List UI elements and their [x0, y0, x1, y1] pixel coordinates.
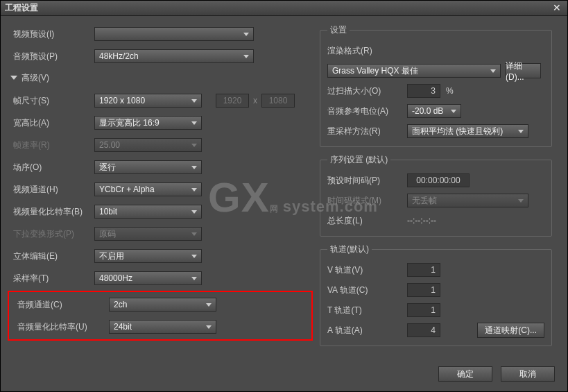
frame-height-input: 1080 [261, 94, 295, 108]
pulldown-label: 下拉变换形式(P) [8, 228, 94, 240]
overscan-unit: % [446, 86, 454, 96]
audio-ref-select[interactable]: -20.0 dB [407, 104, 461, 118]
advanced-toggle[interactable]: 高级(V) [8, 69, 313, 87]
tc-mode-label: 时间码模式(M) [327, 195, 407, 207]
dialog-footer: 确定 取消 [1, 360, 567, 388]
channel-map-button[interactable]: 通道映射(C)... [477, 323, 544, 338]
right-column: 设置 渲染格式(R) Grass Valley HQX 最佳 详细(D)... … [320, 24, 552, 360]
frame-size-label: 帧尺寸(S) [8, 95, 94, 107]
va-track-label: VA 轨道(C) [327, 284, 407, 296]
total-len-value: --:--:--:-- [407, 216, 436, 225]
tracks-legend: 轨道(默认) [327, 244, 372, 255]
video-bit-select[interactable]: 10bit [94, 205, 202, 219]
sequence-group: 序列设置 (默认) 预设时间码(P) 00:00:00:00 时间码模式(M) … [320, 154, 552, 237]
titlebar: 工程设置 ✕ [1, 1, 567, 16]
total-len-label: 总长度(L) [327, 215, 407, 227]
frame-rate-label: 帧速率(R) [8, 139, 94, 151]
t-track-label: T 轨道(T) [327, 305, 407, 316]
audio-channel-label: 音频通道(C) [12, 299, 109, 311]
ok-button[interactable]: 确定 [438, 366, 492, 382]
video-channel-label: 视频通道(H) [8, 184, 94, 196]
overscan-label: 过扫描大小(O) [327, 85, 407, 97]
field-order-select[interactable]: 逐行 [94, 160, 202, 174]
audio-bit-label: 音频量化比特率(U) [12, 321, 109, 333]
sample-rate-label: 采样率(T) [8, 273, 94, 284]
t-track-input[interactable]: 1 [407, 303, 440, 317]
project-settings-dialog: 工程设置 ✕ 视频预设(I) 音频预设(P) 48kHz/2ch 高级(V) 帧… [0, 0, 568, 392]
render-format-select[interactable]: Grass Valley HQX 最佳 [327, 64, 501, 78]
a-track-input[interactable]: 4 [407, 323, 440, 337]
audio-channel-select[interactable]: 2ch [109, 298, 216, 312]
tc-mode-select: 无丢帧 [407, 194, 528, 207]
frame-size-select[interactable]: 1920 x 1080 [94, 94, 202, 108]
aspect-select[interactable]: 显示宽高比 16:9 [94, 116, 202, 130]
aspect-label: 宽高比(A) [8, 117, 94, 129]
settings-group: 设置 渲染格式(R) Grass Valley HQX 最佳 详细(D)... … [320, 24, 552, 147]
advanced-label: 高级(V) [21, 72, 49, 84]
frame-width-input: 1920 [216, 94, 249, 108]
resample-select[interactable]: 面积平均法 (快速且锐利) [407, 124, 528, 138]
a-track-label: A 轨道(A) [327, 325, 407, 336]
frame-x-label: x [253, 96, 257, 105]
sample-rate-select[interactable]: 48000Hz [94, 271, 202, 285]
video-preset-label: 视频预设(I) [8, 28, 94, 40]
dialog-title: 工程设置 [5, 2, 551, 14]
resample-label: 重采样方法(R) [327, 126, 407, 137]
audio-bit-select[interactable]: 24bit [109, 320, 216, 334]
video-preset-select[interactable] [94, 27, 254, 41]
cancel-button[interactable]: 取消 [501, 366, 555, 382]
settings-legend: 设置 [327, 24, 350, 36]
video-channel-select[interactable]: YCbCr + Alpha [94, 182, 202, 196]
render-format-label: 渲染格式(R) [327, 45, 407, 57]
close-icon[interactable]: ✕ [551, 2, 563, 15]
sequence-legend: 序列设置 (默认) [327, 154, 390, 166]
v-track-input[interactable]: 1 [407, 263, 440, 277]
tracks-group: 轨道(默认) V 轨道(V) 1 VA 轨道(C) 1 T 轨道(T) 1 A … [320, 244, 552, 346]
audio-ref-label: 音频参考电位(A) [327, 105, 407, 117]
audio-preset-select[interactable]: 48kHz/2ch [94, 49, 254, 63]
highlight-box: 音频通道(C) 2ch 音频量化比特率(U) 24bit [8, 291, 313, 341]
audio-preset-label: 音频预设(P) [8, 51, 94, 62]
left-column: 视频预设(I) 音频预设(P) 48kHz/2ch 高级(V) 帧尺寸(S) 1… [8, 24, 320, 360]
stereo-select[interactable]: 不启用 [94, 249, 202, 263]
stereo-label: 立体编辑(E) [8, 250, 94, 262]
field-order-label: 场序(O) [8, 162, 94, 173]
video-bit-label: 视频量化比特率(B) [8, 206, 94, 218]
v-track-label: V 轨道(V) [327, 264, 407, 276]
pulldown-select: 原码 [94, 227, 202, 241]
preset-tc-label: 预设时间码(P) [327, 175, 407, 187]
va-track-input[interactable]: 1 [407, 283, 440, 297]
frame-rate-select: 25.00 [94, 138, 202, 152]
preset-tc-input[interactable]: 00:00:00:00 [407, 173, 470, 187]
overscan-input[interactable]: 3 [407, 84, 440, 98]
detail-button[interactable]: 详细(D)... [505, 63, 541, 78]
